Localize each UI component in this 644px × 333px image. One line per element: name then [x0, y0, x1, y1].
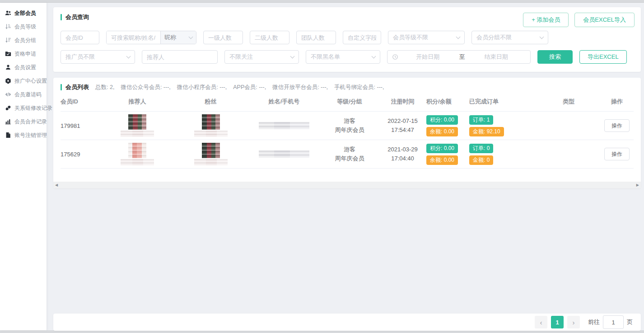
- level2-count-input[interactable]: [250, 31, 289, 44]
- team-count-input[interactable]: [296, 31, 336, 44]
- register-time-cell: 2022-07-1517:54:47: [379, 117, 426, 135]
- sidebar: 全部会员会员等级会员分组资格申请会员设置推广中心设置会员邀请码关系链修改记录会员…: [0, 3, 47, 330]
- level1-count-input[interactable]: [203, 31, 243, 44]
- sort-alpha-icon: [5, 37, 11, 43]
- member-id-cell: 175629: [61, 151, 101, 158]
- prev-page-button[interactable]: ‹: [535, 316, 547, 328]
- page-1-button[interactable]: 1: [551, 316, 564, 328]
- date-end-placeholder[interactable]: 结束日期: [467, 53, 526, 61]
- column-header: 推荐人: [101, 98, 173, 106]
- name-blurred: [194, 159, 228, 165]
- member-id-input[interactable]: [61, 31, 99, 44]
- date-separator: 至: [457, 53, 467, 61]
- export-excel-button[interactable]: 导出EXCEL: [579, 50, 627, 64]
- custom-field-input[interactable]: [343, 31, 381, 44]
- member-stat: 微信公众号会员: ---,: [121, 84, 170, 90]
- member-stat: 手机号绑定会员: ---,: [334, 84, 384, 90]
- sidebar-menu: 全部会员会员等级会员分组资格申请会员设置推广中心设置会员邀请码关系链修改记录会员…: [0, 6, 47, 142]
- action-cell: 操作: [600, 148, 634, 160]
- table-row: 175629游客周年庆会员2021-03-2917:04:40积分: 0.00余…: [61, 140, 634, 169]
- level-group-cell: 游客周年庆会员: [320, 145, 379, 163]
- amount-badge: 金额: 0: [469, 155, 493, 165]
- register-time: 17:04:40: [379, 154, 426, 163]
- member-group-value: 会员分组不限: [476, 33, 512, 42]
- scroll-right-icon[interactable]: ▶: [636, 183, 639, 187]
- scroll-left-icon[interactable]: ◀: [55, 183, 58, 187]
- add-member-button[interactable]: + 添加会员: [523, 13, 569, 27]
- folder-check-icon: [5, 51, 11, 57]
- clock-icon: [392, 54, 398, 60]
- horizontal-scrollbar[interactable]: ◀ ▶: [53, 182, 641, 188]
- name-blurred: [194, 131, 228, 137]
- next-page-button[interactable]: ›: [567, 316, 580, 328]
- member-id-cell: 179981: [61, 122, 101, 129]
- keyword-type-select[interactable]: 昵称: [160, 31, 196, 44]
- sidebar-item-gear[interactable]: 推广中心设置: [0, 74, 47, 88]
- member-level-select[interactable]: 会员等级不限: [388, 31, 465, 44]
- row-action-button[interactable]: 操作: [604, 119, 630, 132]
- column-header: 已完成订单: [469, 98, 537, 106]
- sidebar-item-users[interactable]: 全部会员: [0, 6, 47, 20]
- fans-cell: [173, 141, 248, 167]
- sidebar-item-label: 推广中心设置: [14, 77, 47, 85]
- register-date-range-picker[interactable]: 开始日期 至 结束日期: [387, 50, 531, 64]
- search-form-row-2: 推广员不限 不限关注 不限黑名单 开始日期 至 结束日期: [61, 50, 634, 64]
- member-stats: 总数: 2,微信公众号会员: ---,微信小程序会员: ---,APP会员: -…: [95, 84, 390, 91]
- level-group-cell: 游客周年庆会员: [320, 117, 379, 135]
- avatar-blurred: [128, 114, 146, 130]
- file-icon: [5, 132, 11, 138]
- chevron-down-icon: [290, 54, 295, 59]
- member-group-select[interactable]: 会员分组不限: [471, 31, 548, 44]
- avatar-blurred: [202, 114, 220, 130]
- chevron-down-icon: [372, 54, 376, 59]
- sidebar-item-user[interactable]: 会员设置: [0, 61, 47, 74]
- fans-cell: [173, 113, 248, 139]
- sidebar-item-file[interactable]: 账号注销管理: [0, 128, 47, 142]
- sidebar-item-code[interactable]: 会员邀请码: [0, 88, 47, 101]
- action-cell: 操作: [600, 119, 634, 132]
- name-phone-cell: [248, 150, 320, 158]
- sidebar-item-folder-check[interactable]: 资格申请: [0, 47, 47, 61]
- sidebar-item-label: 账号注销管理: [14, 131, 47, 139]
- orders-badge: 订单: 1: [469, 115, 493, 125]
- follow-select[interactable]: 不限关注: [224, 50, 299, 64]
- group-label: 周年庆会员: [320, 126, 379, 135]
- sidebar-item-label: 会员合并记录: [14, 118, 47, 126]
- member-stat: 总数: 2,: [95, 84, 114, 90]
- excel-import-button[interactable]: 会员EXCEL导入: [574, 13, 635, 27]
- search-button[interactable]: 搜索: [537, 50, 573, 64]
- points-badge: 积分: 0.00: [426, 144, 458, 153]
- referrer-input[interactable]: [142, 50, 218, 64]
- name-blurred: [121, 131, 154, 137]
- referrer-cell: [101, 113, 173, 139]
- member-level-value: 会员等级不限: [393, 33, 428, 42]
- sidebar-item-sort-alpha[interactable]: 会员分组: [0, 33, 47, 47]
- column-header: 注册时间: [379, 98, 426, 106]
- title-accent-bar: [61, 84, 62, 90]
- column-header: 等级/分组: [320, 98, 379, 106]
- register-date: 2021-03-29: [379, 145, 426, 154]
- promoter-value: 推广员不限: [65, 53, 95, 61]
- keyword-input[interactable]: [107, 31, 160, 44]
- chevron-down-icon: [456, 35, 461, 39]
- follow-value: 不限关注: [229, 53, 253, 61]
- points-badge: 积分: 0.00: [426, 115, 458, 125]
- member-stat: 微信开放平台会员: ---,: [272, 84, 328, 90]
- goto-page-input[interactable]: [603, 315, 624, 329]
- orders-cell: 订单: 0金额: 0: [469, 144, 537, 165]
- sidebar-item-label: 资格申请: [14, 50, 36, 58]
- sidebar-item-bar-chart[interactable]: 会员合并记录: [0, 115, 47, 128]
- row-action-button[interactable]: 操作: [604, 148, 630, 160]
- chevron-down-icon: [540, 35, 544, 39]
- points-balance-cell: 积分: 0.00余额: 0.00: [426, 115, 469, 136]
- blacklist-select[interactable]: 不限黑名单: [306, 50, 380, 64]
- level-label: 游客: [320, 145, 379, 154]
- sidebar-item-link[interactable]: 关系链修改记录: [0, 101, 47, 115]
- sidebar-item-label: 全部会员: [14, 9, 36, 17]
- balance-badge: 余额: 0.00: [426, 127, 458, 136]
- link-icon: [5, 105, 11, 111]
- promoter-select[interactable]: 推广员不限: [61, 50, 135, 64]
- date-start-placeholder[interactable]: 开始日期: [398, 53, 457, 61]
- sidebar-item-label: 会员邀请码: [14, 91, 42, 98]
- sidebar-item-sort-numeric[interactable]: 会员等级: [0, 20, 47, 33]
